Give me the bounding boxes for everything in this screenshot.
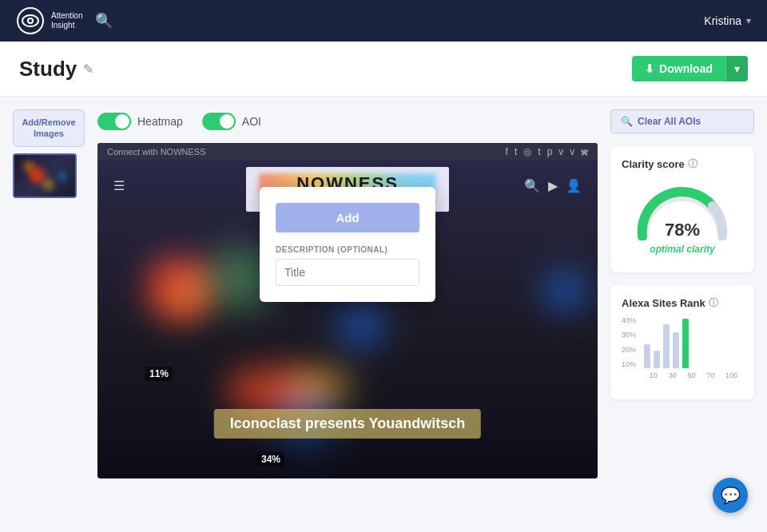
search-icon[interactable]: 🔍	[95, 12, 113, 30]
user-menu[interactable]: Kristina ▾	[704, 14, 751, 27]
logo-text: Attention Insight	[51, 11, 82, 30]
download-button-group: ⬇ Download ▾	[632, 56, 748, 81]
vimeo-icon: v	[570, 146, 574, 157]
search-icon[interactable]: 🔍	[524, 178, 540, 193]
connect-text: Connect with NOWNESS	[107, 147, 205, 157]
image-canvas[interactable]: Connect with NOWNESS f t ◎ t p v v w × ☰	[97, 143, 598, 478]
edit-icon[interactable]: ✎	[83, 62, 93, 77]
aoi-label: AOI	[242, 115, 261, 128]
canvas-background: Connect with NOWNESS f t ◎ t p v v w × ☰	[97, 143, 598, 478]
alexa-card: Alexa Sites Rank ⓘ 40% 30% 20% 10% 10 30…	[610, 285, 754, 399]
left-sidebar: Add/RemoveImages	[13, 109, 85, 523]
clarity-percentage: 78%	[665, 220, 700, 240]
alexa-title: Alexa Sites Rank ⓘ	[622, 296, 743, 310]
download-button[interactable]: ⬇ Download	[632, 56, 725, 81]
clear-icon: 🔍	[621, 116, 633, 127]
clear-aoi-label: Clear All AOIs	[638, 116, 701, 127]
info-icon[interactable]: ⓘ	[688, 157, 697, 171]
clarity-title: Clarity score ⓘ	[622, 157, 743, 171]
download-dropdown-arrow[interactable]: ▾	[725, 56, 748, 81]
y-label-30: 30%	[622, 331, 636, 339]
page-title: Study	[19, 57, 77, 81]
chat-icon: 💬	[721, 486, 741, 505]
bar-2	[663, 324, 670, 368]
heat-blob-orange-bottom	[289, 367, 353, 407]
x-label-30: 30	[669, 371, 677, 379]
facebook-icon: f	[506, 146, 508, 157]
logo: Attention Insight	[16, 6, 82, 35]
x-label-70: 70	[706, 371, 714, 379]
canvas-nav-icons: 🔍 ▶ 👤	[524, 178, 582, 193]
aoi-toggle-group: AOI	[202, 113, 261, 130]
bar-y-labels: 40% 30% 20% 10%	[622, 316, 636, 368]
heat-blob-blue-right	[545, 271, 585, 311]
canvas-area: Heatmap AOI Connect with NOWNESS f t ◎ t	[97, 109, 598, 523]
x-label-100: 100	[725, 371, 737, 379]
twitter-icon: t	[515, 146, 517, 157]
heatmap-toggle[interactable]	[97, 113, 131, 130]
user-name: Kristina	[704, 14, 741, 27]
pct-badge-34: 34%	[257, 452, 284, 466]
chevron-down-icon: ▾	[746, 15, 751, 26]
bar-chart-inner	[622, 316, 743, 368]
bar-0	[644, 344, 650, 368]
header: Attention Insight 🔍 Kristina ▾	[0, 0, 767, 42]
canvas-bottom-text: Iconoclast presents Youandwitsch	[214, 409, 481, 439]
aoi-toggle[interactable]	[202, 113, 236, 130]
info-icon-alexa[interactable]: ⓘ	[709, 296, 718, 310]
vine-icon: v	[558, 146, 563, 157]
desc-label: DESCRIPTION (OPTIONAL)	[276, 245, 419, 254]
chat-bubble-button[interactable]: 💬	[713, 478, 748, 513]
add-remove-label: Add/RemoveImages	[22, 117, 75, 138]
clarity-card: Clarity score ⓘ 78% optimal clarity	[610, 146, 754, 272]
tumblr-icon: t	[538, 146, 540, 157]
pct-badge-11: 11%	[145, 367, 173, 381]
add-aoi-button[interactable]: Add	[276, 203, 419, 232]
user-icon[interactable]: 👤	[566, 178, 582, 193]
thumb-heat-blob	[24, 161, 34, 171]
y-label-40: 40%	[622, 316, 636, 324]
toolbar: Heatmap AOI	[97, 109, 598, 133]
instagram-icon: ◎	[523, 146, 531, 157]
x-label-50: 50	[687, 371, 695, 379]
page-title-wrap: Study ✎	[19, 57, 93, 81]
heatmap-label: Heatmap	[137, 115, 183, 128]
bar-3	[673, 332, 679, 368]
play-icon[interactable]: ▶	[548, 178, 558, 193]
y-label-20: 20%	[622, 346, 636, 354]
thumb-heat-blob	[58, 173, 66, 181]
chevron-down-icon: ▾	[734, 62, 740, 75]
heat-blob-blue-mid	[337, 303, 385, 351]
heatmap-toggle-group: Heatmap	[97, 113, 183, 130]
bar-4	[682, 319, 689, 368]
pinterest-icon: p	[547, 146, 553, 157]
bar-1	[654, 351, 660, 368]
clarity-gauge: 78%	[630, 181, 734, 240]
canvas-header: Connect with NOWNESS f t ◎ t p v v w	[97, 143, 598, 161]
download-label: Download	[659, 62, 713, 75]
download-icon: ⬇	[645, 62, 654, 75]
main-content: Add/RemoveImages Heatmap AOI	[0, 97, 767, 532]
burger-menu-icon[interactable]: ☰	[113, 178, 125, 193]
logo-icon	[16, 6, 45, 35]
clear-all-aois-button[interactable]: 🔍 Clear All AOIs	[610, 109, 754, 133]
add-remove-images-button[interactable]: Add/RemoveImages	[13, 109, 85, 147]
social-icons: f t ◎ t p v v w	[506, 146, 588, 157]
desc-input[interactable]	[276, 259, 419, 286]
right-panel: 🔍 Clear All AOIs Clarity score ⓘ 78%	[610, 109, 754, 523]
bar-x-labels: 10 30 50 70 100	[622, 371, 743, 379]
page-header: Study ✎ ⬇ Download ▾	[0, 42, 767, 97]
thumbnail-inner	[14, 155, 75, 197]
bar-chart: 40% 30% 20% 10% 10 30 50 70 100	[622, 316, 743, 388]
optimal-text: optimal clarity	[622, 244, 743, 255]
x-label-10: 10	[650, 371, 658, 379]
image-thumbnail[interactable]	[13, 153, 77, 198]
thumb-heat-blob	[42, 179, 54, 190]
y-label-10: 10%	[622, 360, 636, 368]
header-left: Attention Insight 🔍	[16, 6, 113, 35]
canvas-close-icon[interactable]: ×	[581, 146, 588, 161]
svg-point-3	[29, 19, 32, 22]
aoi-dialog: Add DESCRIPTION (OPTIONAL)	[260, 187, 435, 302]
